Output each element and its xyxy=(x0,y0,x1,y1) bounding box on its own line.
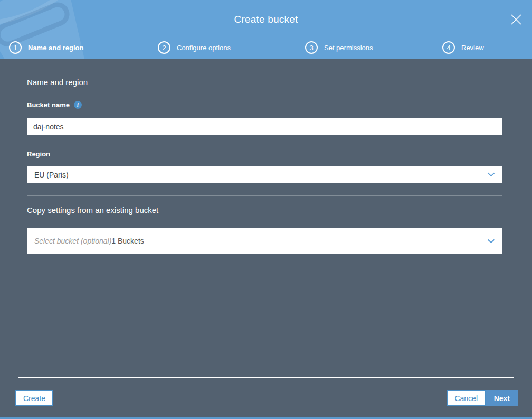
close-button[interactable] xyxy=(509,13,524,27)
section-divider xyxy=(27,195,502,196)
chevron-down-icon xyxy=(487,239,495,244)
step-4-label: Review xyxy=(461,44,484,52)
step-configure-options[interactable]: 2 Configure options xyxy=(158,40,231,55)
section-heading-name-region: Name and region xyxy=(27,78,88,87)
step-4-circle: 4 xyxy=(442,41,455,54)
modal-header: Create bucket 1 Name and region 2 Config… xyxy=(0,0,532,59)
step-review[interactable]: 4 Review xyxy=(442,40,484,55)
region-selected-value: EU (Paris) xyxy=(34,171,69,179)
modal-title: Create bucket xyxy=(0,14,532,25)
step-indicator: 1 Name and region 2 Configure options 3 … xyxy=(0,40,532,55)
step-2-circle: 2 xyxy=(158,41,170,54)
region-label: Region xyxy=(27,150,50,158)
region-select[interactable]: EU (Paris) xyxy=(27,166,502,183)
close-icon xyxy=(510,13,522,26)
step-name-and-region[interactable]: 1 Name and region xyxy=(9,40,83,55)
next-button[interactable]: Next xyxy=(486,390,518,406)
info-icon[interactable]: i xyxy=(74,101,82,109)
copy-settings-heading: Copy settings from an existing bucket xyxy=(27,206,158,215)
step-set-permissions[interactable]: 3 Set permissions xyxy=(305,40,373,55)
copy-bucket-count: 1 Buckets xyxy=(111,237,144,245)
cancel-button[interactable]: Cancel xyxy=(446,390,486,406)
create-bucket-modal: Create bucket 1 Name and region 2 Config… xyxy=(0,0,532,419)
footer-divider xyxy=(18,377,514,378)
region-label-text: Region xyxy=(27,150,50,158)
create-button[interactable]: Create xyxy=(15,390,53,406)
step-3-label: Set permissions xyxy=(324,44,373,52)
step-1-label: Name and region xyxy=(28,44,83,52)
step-3-circle: 3 xyxy=(305,41,318,54)
bucket-name-label-text: Bucket name xyxy=(27,101,70,109)
step-2-label: Configure options xyxy=(177,44,231,52)
copy-bucket-placeholder: Select bucket (optional) xyxy=(34,237,111,245)
copy-bucket-select[interactable]: Select bucket (optional)1 Buckets xyxy=(27,228,502,254)
bucket-name-label: Bucket name i xyxy=(27,101,82,109)
bucket-name-input[interactable] xyxy=(27,118,502,135)
step-1-circle: 1 xyxy=(9,41,22,54)
chevron-down-icon xyxy=(487,172,495,177)
